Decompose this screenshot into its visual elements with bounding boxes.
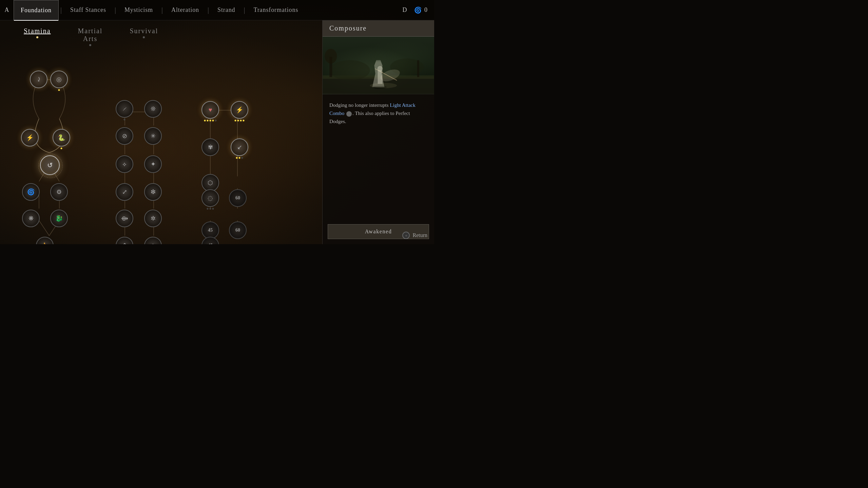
main-content: Stamina Martial Arts Survival (0, 20, 434, 244)
cost-45-bot-value: 45 (208, 243, 213, 244)
tab-strand[interactable]: Strand (211, 0, 242, 20)
nav-right-button[interactable]: D (398, 6, 411, 14)
skill-endure[interactable]: ⚙ (50, 183, 68, 201)
skill-spiral-surv[interactable]: ◌ (201, 189, 219, 207)
separator-2: | (113, 6, 118, 14)
left-btn-label: A (5, 6, 9, 14)
cost-45-l-value: 45 (208, 228, 213, 233)
navigation-bar: A Foundation | Staff Stances | Mysticism… (0, 0, 434, 20)
skill-fury[interactable]: 🐉 (50, 210, 68, 227)
spiral-surv-icon: ◌ (208, 195, 213, 201)
cost-60-mid-value: 60 (235, 228, 240, 233)
panel-description: Dodging no longer interrupts Light Attac… (323, 94, 434, 221)
skill-flow[interactable]: ❋ (22, 210, 40, 227)
nova-icon: ✲ (151, 215, 156, 221)
skill-dodge[interactable]: ↙ (231, 138, 248, 156)
skill-vortex[interactable]: ❇ (144, 183, 162, 201)
stamina-dot (36, 36, 38, 38)
qdot-4 (243, 120, 245, 121)
svg-point-9 (378, 66, 383, 71)
skill-wind-step[interactable]: ✾ (201, 138, 219, 156)
svg-rect-6 (417, 60, 419, 77)
return-icon: ○ (402, 232, 410, 239)
inline-icon (346, 111, 352, 117)
spin-icon: ✳ (151, 133, 156, 139)
skill-martial-bottom[interactable]: ⟰ (116, 237, 133, 244)
skill-run[interactable]: ⚡ (21, 129, 39, 147)
svg-point-2 (329, 60, 370, 81)
skill-martial-bottom-r[interactable]: ◈ (144, 237, 162, 244)
survival-dot (143, 36, 145, 38)
skill-cyclone[interactable]: ✦ (144, 155, 162, 173)
hdot-2 (207, 120, 209, 121)
category-stamina[interactable]: Stamina (24, 27, 51, 46)
skill-breath[interactable]: 🌀 (22, 183, 40, 201)
skill-bottom-stamina[interactable]: 🏃 (36, 237, 54, 244)
svg-rect-0 (323, 77, 434, 94)
detail-panel: Composure (322, 20, 434, 244)
skill-cost-60-mid[interactable]: 60 (229, 221, 247, 239)
skill-slash[interactable]: ⟋ (116, 100, 133, 118)
burst-icon: ❊ (151, 106, 156, 112)
skill-heart[interactable]: ♥ (201, 101, 219, 119)
skill-composure-selected[interactable]: ↺ (40, 155, 60, 175)
dodge-icon: ↙ (237, 144, 242, 150)
skill-nova[interactable]: ✲ (144, 210, 162, 227)
skill-burst[interactable]: ❊ (144, 100, 162, 118)
separator-3: | (160, 6, 165, 14)
qdot-2 (237, 120, 239, 121)
svg-point-5 (325, 49, 337, 64)
currency-icon: 🌀 (414, 6, 422, 14)
category-survival-label: Survival (130, 27, 158, 35)
run-icon: ⚡ (26, 135, 34, 141)
hdot-1 (204, 120, 206, 121)
tab-transformations[interactable]: Transformations (247, 0, 305, 20)
panel-title: Composure (323, 20, 434, 37)
martial-bottom-icon: ⟰ (122, 242, 127, 244)
skill-cost-60-top[interactable]: 60 (229, 189, 247, 207)
skill-cost-45-bot[interactable]: 45 (201, 237, 219, 244)
skill-combo[interactable]: ⟴ (116, 210, 133, 227)
tab-alteration[interactable]: Alteration (165, 0, 206, 20)
category-survival[interactable]: Survival (130, 27, 158, 46)
tab-staff-stances-label: Staff Stances (70, 6, 106, 14)
description-icon (344, 111, 352, 116)
svg-point-12 (370, 83, 397, 88)
snake-dots (61, 148, 62, 149)
skill-wind-dash[interactable]: ⤸ (30, 71, 47, 88)
separator-4: | (206, 6, 211, 14)
spiral-dots (58, 89, 60, 91)
slash-dots (124, 119, 126, 120)
skill-pierce[interactable]: ⊘ (116, 127, 133, 145)
dodge-dots (236, 157, 243, 159)
skill-double-strike[interactable]: ⤢ (116, 183, 133, 201)
return-button[interactable]: ○ Return (402, 232, 427, 239)
nav-left-button[interactable]: A (0, 0, 14, 20)
return-label: Return (412, 232, 427, 238)
skill-tree-area: Stamina Martial Arts Survival (0, 20, 322, 244)
skill-spiral-top[interactable]: ◎ (50, 71, 68, 88)
currency-display: D 🌀 0 (398, 6, 434, 14)
skill-quick[interactable]: ⚡ (231, 101, 248, 119)
tab-alteration-label: Alteration (171, 6, 199, 14)
quick-dots (235, 120, 245, 121)
scene-svg (323, 37, 434, 94)
skill-spin[interactable]: ✳ (144, 127, 162, 145)
panel-image-scene (323, 37, 434, 94)
tab-foundation[interactable]: Foundation (14, 0, 59, 20)
currency-value: 0 (424, 6, 427, 14)
wind-step-icon: ✾ (208, 144, 213, 150)
breath-icon: 🌀 (27, 189, 35, 195)
vortex-icon: ❇ (151, 189, 156, 195)
sdot-empty (124, 119, 126, 120)
tab-staff-stances[interactable]: Staff Stances (63, 0, 113, 20)
category-martial-arts[interactable]: Martial Arts (78, 27, 103, 46)
tab-foundation-label: Foundation (21, 7, 52, 14)
composure-glow-ring (38, 154, 63, 178)
hdot-4 (212, 120, 214, 121)
shield-icon: ⬡ (208, 180, 213, 186)
skill-thrust[interactable]: ⟡ (116, 155, 133, 173)
endure-icon: ⚙ (56, 189, 62, 195)
skill-snake[interactable]: 🐍 (53, 129, 70, 147)
tab-mysticism[interactable]: Mysticism (118, 0, 160, 20)
